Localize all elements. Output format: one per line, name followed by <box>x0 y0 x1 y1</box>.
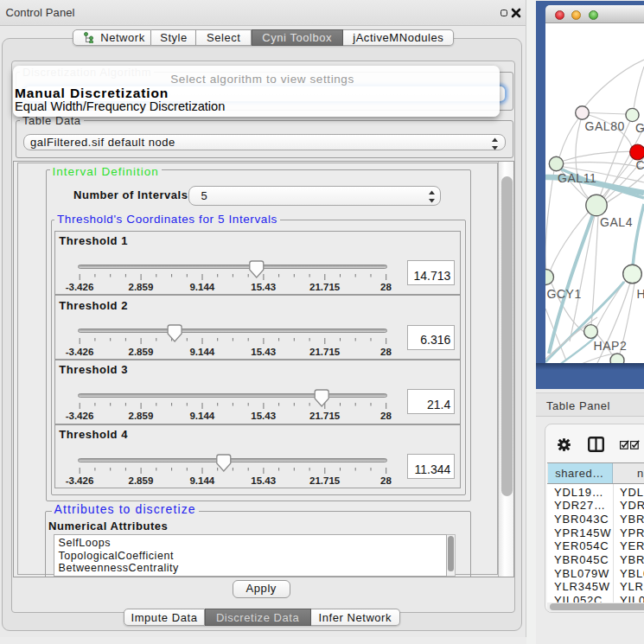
svg-text:GCY1: GCY1 <box>547 287 582 301</box>
svg-text:GA: GA <box>635 121 644 135</box>
svg-text:H: H <box>637 287 644 301</box>
svg-text:GAL4: GAL4 <box>600 215 633 229</box>
svg-text:GAL11: GAL11 <box>558 171 596 185</box>
svg-text:HAP2: HAP2 <box>594 339 628 353</box>
svg-text:GAL80: GAL80 <box>585 119 625 133</box>
svg-text:C: C <box>636 158 644 172</box>
